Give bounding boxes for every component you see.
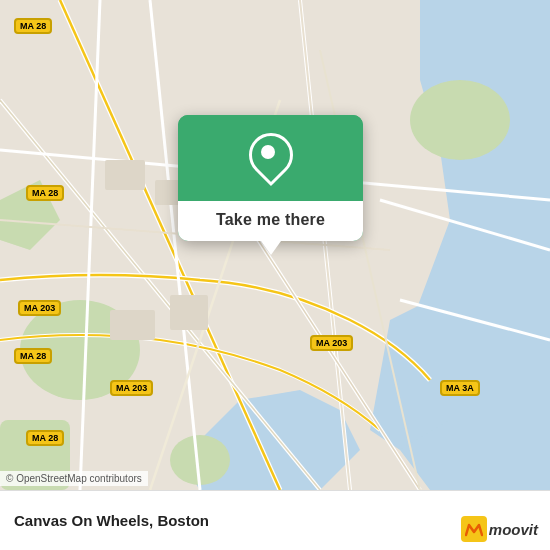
map-container: MA 28 MA 28 MA 28 MA 28 MA 203 MA 203 MA… xyxy=(0,0,550,490)
take-me-there-button[interactable]: Take me there xyxy=(216,211,325,229)
moovit-m-icon xyxy=(465,521,483,537)
road-badge-ma203-right: MA 203 xyxy=(310,335,353,351)
road-badge-ma28-mid: MA 28 xyxy=(26,185,64,201)
road-badge-ma28-bottom: MA 28 xyxy=(26,430,64,446)
moovit-logo-icon xyxy=(461,516,487,542)
svg-rect-25 xyxy=(110,310,155,340)
popup-card: Take me there xyxy=(178,115,363,241)
map-attribution: © OpenStreetMap contributors xyxy=(0,471,148,486)
location-pin-icon xyxy=(249,133,293,187)
road-badge-ma28-lower: MA 28 xyxy=(14,348,52,364)
road-badge-ma28-top: MA 28 xyxy=(14,18,52,34)
road-badge-ma203-left: MA 203 xyxy=(18,300,61,316)
popup-icon-area xyxy=(178,115,363,201)
footer-bar: Canvas On Wheels, Boston moovit xyxy=(0,490,550,550)
moovit-logo: moovit xyxy=(461,516,538,542)
svg-point-2 xyxy=(410,80,510,160)
footer-location-title: Canvas On Wheels, Boston xyxy=(14,512,209,529)
road-badge-ma203-mid: MA 203 xyxy=(110,380,153,396)
svg-rect-26 xyxy=(170,295,208,330)
popup-button-area[interactable]: Take me there xyxy=(178,201,363,241)
svg-rect-21 xyxy=(105,160,145,190)
moovit-logo-text: moovit xyxy=(489,521,538,538)
road-badge-ma3a: MA 3A xyxy=(440,380,480,396)
